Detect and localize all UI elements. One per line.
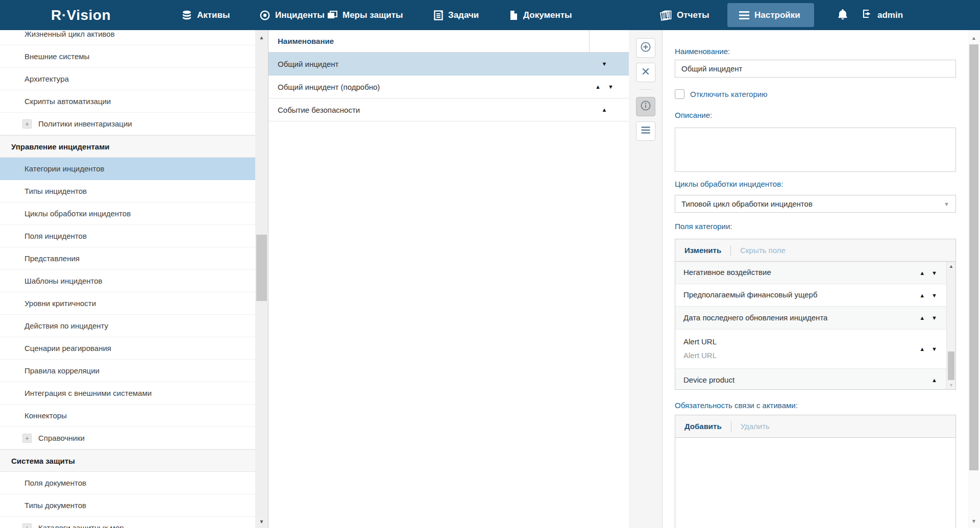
expand-plus-icon[interactable]: + bbox=[22, 434, 32, 443]
category-details-panel: Наименование: Общий инцидент Отключить к… bbox=[663, 30, 980, 528]
scroll-up-icon[interactable]: ▲ bbox=[968, 35, 980, 41]
move-down-icon[interactable]: ▼ bbox=[932, 292, 937, 298]
categories-table: Наименование Общий инцидент▼Общий инциде… bbox=[268, 30, 629, 528]
move-down-icon[interactable]: ▼ bbox=[932, 315, 937, 321]
category-row-label: Общий инцидент (подробно) bbox=[268, 83, 585, 91]
sidebar-item[interactable]: Типы инцидентов bbox=[0, 180, 255, 203]
move-up-icon[interactable]: ▲ bbox=[919, 292, 925, 298]
checkbox-icon[interactable] bbox=[675, 89, 684, 99]
sidebar-item[interactable]: Представления bbox=[0, 247, 255, 270]
sidebar-item-label: Интеграция с внешними системами bbox=[24, 389, 152, 397]
sidebar-item[interactable]: Действия по инциденту bbox=[0, 315, 255, 337]
cycles-select[interactable]: Типовой цикл обработки инцидентов ▼ bbox=[675, 195, 956, 213]
category-row[interactable]: Общий инцидент▼ bbox=[268, 53, 629, 76]
nav-item-Отчеты[interactable]: Отчеты bbox=[660, 0, 709, 30]
sidebar-item-label: Система защиты bbox=[11, 457, 75, 465]
nav-item-Настройки[interactable]: Настройки bbox=[739, 0, 800, 30]
reports-icon bbox=[660, 10, 672, 21]
sidebar-item[interactable]: Категории инцидентов bbox=[0, 158, 255, 180]
fields-list-scrollbar[interactable]: ▲ ▼ bbox=[946, 262, 955, 389]
assets-relation-list-empty bbox=[675, 438, 955, 528]
sidebar-item[interactable]: +Каталоги защитных мер bbox=[0, 517, 255, 528]
sidebar-item[interactable]: +Политики инвентаризации bbox=[0, 113, 255, 135]
sidebar-item[interactable]: Сценарии реагирования bbox=[0, 337, 255, 360]
field-row[interactable]: Предполагаемый финансовый ущерб▲▼ bbox=[675, 284, 946, 307]
details-panel-scrollbar[interactable]: ▲ ▼ bbox=[968, 30, 980, 528]
category-row[interactable]: Общий инцидент (подробно)▲▼ bbox=[268, 76, 629, 98]
hide-field-button[interactable]: Скрыть поле bbox=[731, 246, 795, 255]
info-button[interactable] bbox=[636, 97, 655, 116]
sidebar-item-label: Архитектура bbox=[24, 74, 69, 83]
add-button[interactable] bbox=[636, 38, 655, 58]
field-row[interactable]: Alert URLAlert URL▲▼ bbox=[675, 330, 946, 369]
sidebar-item[interactable]: Уровни критичности bbox=[0, 292, 255, 315]
move-down-icon[interactable]: ▼ bbox=[932, 346, 937, 352]
delete-button[interactable] bbox=[636, 63, 655, 82]
field-row[interactable]: Дата последнего обновления инцидента▲▼ bbox=[675, 307, 946, 330]
sidebar-item-label: Политики инвентаризации bbox=[38, 119, 132, 128]
move-up-icon[interactable]: ▲ bbox=[595, 84, 601, 90]
nav-item-Меры защиты[interactable]: Меры защиты bbox=[327, 0, 403, 30]
target-icon bbox=[259, 10, 271, 21]
description-textarea[interactable] bbox=[675, 128, 956, 172]
move-up-icon[interactable]: ▲ bbox=[919, 315, 925, 321]
cycles-label: Циклы обработки инцидентов: bbox=[675, 180, 783, 188]
sidebar-item[interactable]: Внешние системы bbox=[0, 45, 255, 68]
sidebar-scrollbar-thumb[interactable] bbox=[256, 235, 267, 301]
sidebar-item[interactable]: Интеграция с внешними системами bbox=[0, 382, 255, 405]
sidebar-item[interactable]: Шаблоны инцидентов bbox=[0, 270, 255, 292]
move-up-icon[interactable]: ▲ bbox=[919, 346, 925, 352]
move-up-icon[interactable]: ▲ bbox=[919, 270, 925, 275]
move-down-icon[interactable]: ▼ bbox=[932, 270, 937, 275]
category-row-label: Общий инцидент bbox=[268, 60, 585, 68]
sidebar-item[interactable]: Архитектура bbox=[0, 68, 255, 90]
nav-item-Инциденты[interactable]: Инциденты bbox=[259, 0, 325, 30]
remove-relation-button[interactable]: Удалить bbox=[731, 422, 779, 431]
sidebar-item[interactable]: +Справочники bbox=[0, 427, 255, 449]
move-up-icon[interactable]: ▲ bbox=[932, 378, 937, 383]
nav-item-label: Меры защиты bbox=[342, 10, 403, 20]
disable-category-checkbox-row[interactable]: Отключить категорию bbox=[675, 89, 767, 99]
field-row[interactable]: Device product▲ bbox=[675, 369, 946, 389]
move-up-icon[interactable]: ▲ bbox=[602, 107, 607, 113]
sidebar-item[interactable]: Поля инцидентов bbox=[0, 225, 255, 247]
description-label: Описание: bbox=[675, 111, 712, 119]
details-scrollbar-thumb[interactable] bbox=[969, 44, 978, 470]
sidebar-item[interactable]: Типы документов bbox=[0, 494, 255, 517]
nav-item-Задачи[interactable]: Задачи bbox=[433, 0, 479, 30]
scroll-up-icon[interactable]: ▲ bbox=[255, 35, 268, 40]
notifications-button[interactable] bbox=[837, 0, 848, 30]
menu-icon bbox=[739, 11, 750, 20]
scroll-down-icon[interactable]: ▼ bbox=[255, 519, 268, 524]
nav-item-Активы[interactable]: Активы bbox=[181, 0, 230, 30]
sidebar-item[interactable]: Циклы обработки инцидентов bbox=[0, 203, 255, 225]
sidebar-item-label: Скрипты автоматизации bbox=[24, 97, 111, 106]
edit-field-button[interactable]: Изменить bbox=[675, 246, 730, 255]
expand-plus-icon[interactable]: + bbox=[22, 523, 32, 528]
sidebar-item[interactable]: Скрипты автоматизации bbox=[0, 90, 255, 113]
list-button[interactable] bbox=[636, 121, 655, 141]
sidebar-scrollbar[interactable]: ▲ ▼ bbox=[255, 30, 268, 528]
scroll-down-icon[interactable]: ▼ bbox=[968, 518, 980, 524]
move-down-icon[interactable]: ▼ bbox=[602, 61, 607, 67]
top-navbar: R·Vision АктивыИнцидентыМеры защитыЗадач… bbox=[0, 0, 980, 30]
category-fields-label: Поля категории: bbox=[675, 222, 732, 231]
bell-icon bbox=[837, 8, 848, 22]
expand-plus-icon[interactable]: + bbox=[22, 119, 32, 129]
fields-scrollbar-thumb[interactable] bbox=[948, 351, 954, 380]
field-name: Негативное воздействие bbox=[683, 268, 946, 278]
scroll-up-icon[interactable]: ▲ bbox=[947, 264, 955, 269]
sidebar-item[interactable]: Жизненный цикл активов bbox=[0, 30, 255, 45]
field-row[interactable]: Негативное воздействие▲▼ bbox=[675, 262, 946, 284]
move-down-icon[interactable]: ▼ bbox=[608, 84, 614, 90]
scroll-down-icon[interactable]: ▼ bbox=[947, 383, 955, 388]
category-row[interactable]: Событие безопасности▲ bbox=[268, 98, 629, 121]
sidebar-item[interactable]: Правила корреляции bbox=[0, 360, 255, 382]
nav-item-Документы[interactable]: Документы bbox=[508, 0, 572, 30]
sidebar-item[interactable]: Поля документов bbox=[0, 472, 255, 494]
add-relation-button[interactable]: Добавить bbox=[675, 422, 731, 431]
name-input[interactable]: Общий инцидент bbox=[675, 60, 956, 78]
nav-item-label: Отчеты bbox=[677, 10, 709, 20]
user-menu[interactable]: admin bbox=[862, 0, 903, 30]
sidebar-item[interactable]: Коннекторы bbox=[0, 405, 255, 427]
